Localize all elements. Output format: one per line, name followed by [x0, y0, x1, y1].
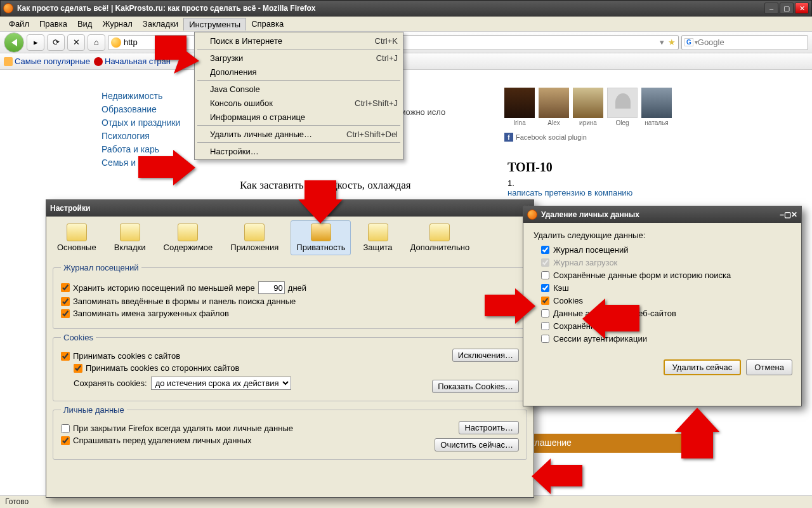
history-forms-checkbox[interactable]: Запоминать введённые в формы и панель по…	[61, 297, 519, 306]
cancel-button[interactable]: Отмена	[746, 359, 792, 375]
orange-banner: оглашение	[520, 434, 698, 453]
sidebar-link[interactable]: Образование	[102, 104, 180, 114]
menu-edit[interactable]: Правка	[34, 18, 72, 30]
cookies-thirdparty-checkbox[interactable]: Принимать cookies со сторонних сайтов	[74, 363, 432, 373]
minimize-button[interactable]: –	[764, 3, 778, 14]
clearpd-item-cache[interactable]: Кэш	[541, 283, 791, 293]
bookmark-home[interactable]: Начальная стран	[94, 57, 171, 66]
tools-dropdown: Поиск в ИнтернетеCtrl+K ЗагрузкиCtrl+J Д…	[194, 32, 403, 160]
cookies-accept-checkbox[interactable]: Принимать cookies с сайтов	[61, 351, 432, 361]
private-data-fieldset: Личные данные При закрытии Firefox всегд…	[53, 405, 527, 460]
menu-item-search[interactable]: Поиск в ИнтернетеCtrl+K	[195, 34, 403, 48]
clearpd-item-sessions[interactable]: Сессии аутентификации	[541, 334, 791, 344]
settings-tabs: Основные Вкладки Содержимое Приложения П…	[46, 217, 534, 259]
delete-now-button[interactable]: Удалить сейчас	[664, 359, 742, 375]
article-title: Как заставить ть жидкость, охлаждая	[240, 179, 506, 192]
settings-dialog: Настройки ✕ Основные Вкладки Содержимое …	[46, 199, 534, 498]
star-icon[interactable]: ★	[668, 37, 676, 47]
private-onclose-checkbox[interactable]: При закрытии Firefox всегда удалять мои …	[61, 424, 435, 433]
clearpd-item-forms[interactable]: Сохранённые данные форм и историю поиска	[541, 271, 791, 280]
menu-tools[interactable]: Инструменты	[183, 18, 246, 30]
clearpd-close-button[interactable]: ✕	[791, 210, 797, 219]
menu-item-clearprivate[interactable]: Удалить личные данные…Ctrl+Shift+Del	[195, 127, 403, 141]
menu-item-errorconsole[interactable]: Консоль ошибокCtrl+Shift+J	[195, 96, 403, 110]
bookmarks-toolbar: Самые популярные Начальная стран	[0, 53, 812, 70]
site-favicon	[111, 37, 121, 48]
clearpd-item-cookies[interactable]: Cookies	[541, 296, 791, 305]
cookies-keep-select[interactable]: до истечения срока их действия	[151, 377, 291, 390]
menubar: Файл Правка Вид Журнал Закладки Инструме…	[0, 17, 812, 32]
menu-item-pageinfo[interactable]: Информация о странице	[195, 110, 403, 124]
google-icon: G	[684, 38, 693, 46]
configure-button[interactable]: Настроить…	[459, 421, 519, 434]
menu-item-options[interactable]: Настройки…	[195, 144, 403, 158]
settings-titlebar: Настройки ✕	[46, 200, 534, 217]
ladybug-icon	[94, 57, 103, 66]
facebook-plugin-label: f Facebook social plugin	[504, 133, 695, 142]
sidebar-link[interactable]: Недвижимость	[102, 91, 180, 101]
firefox-titlebar: Как просто сделать всё! | KakProsto.ru: …	[0, 0, 812, 17]
nav-toolbar: ▸ ⟳ ✕ ⌂ ▾ ★ G▾	[0, 32, 812, 53]
cookies-fieldset: Cookies Принимать cookies с сайтов Прини…	[53, 333, 527, 401]
close-button[interactable]: ✕	[795, 3, 809, 14]
tab-content[interactable]: Содержимое	[158, 220, 219, 255]
menu-item-addons[interactable]: Дополнения	[195, 65, 403, 79]
search-input[interactable]	[698, 37, 805, 47]
clearpd-titlebar: Удаление личных данных – ▢ ✕	[523, 206, 801, 223]
tab-advanced[interactable]: Дополнительно	[405, 220, 476, 255]
history-fieldset: Журнал посещений Хранить историю посещен…	[53, 263, 527, 329]
clearpd-minimize-button[interactable]: –	[780, 210, 784, 219]
tab-tabs[interactable]: Вкладки	[108, 220, 152, 255]
menu-item-javaconsole[interactable]: Java Console	[195, 82, 403, 96]
sidebar-link[interactable]: Отдых и праздники	[102, 117, 180, 128]
history-keep-checkbox[interactable]: Хранить историю посещений по меньшей мер…	[61, 281, 519, 294]
menu-item-downloads[interactable]: ЗагрузкиCtrl+J	[195, 51, 403, 65]
clearpd-item-history[interactable]: Журнал посещений	[541, 245, 791, 255]
clearpd-item-downloads: Журнал загрузок	[541, 258, 791, 267]
stop-button[interactable]: ✕	[67, 34, 85, 51]
rss-icon	[4, 57, 13, 66]
sidebar-link[interactable]: Работа и карь	[102, 144, 180, 154]
tab-privacy[interactable]: Приватность	[291, 220, 351, 255]
clear-now-button[interactable]: Очистить сейчас…	[435, 438, 519, 451]
tab-security[interactable]: Защита	[357, 220, 398, 255]
firefox-icon	[3, 3, 13, 13]
window-title: Как просто сделать всё! | KakProsto.ru: …	[17, 4, 764, 13]
maximize-button[interactable]: ▢	[780, 3, 794, 14]
menu-view[interactable]: Вид	[72, 18, 98, 30]
clear-private-data-dialog: Удаление личных данных – ▢ ✕ Удалить сле…	[523, 206, 802, 406]
facebook-avatars: Irina Alex ирина Oleg наталья	[504, 88, 695, 126]
clearpd-heading: Удалить следующие данные:	[534, 231, 791, 240]
top10-link[interactable]: написать претензию в компанию	[508, 188, 632, 197]
tab-general[interactable]: Основные	[51, 220, 102, 255]
back-button[interactable]	[4, 32, 24, 53]
private-ask-checkbox[interactable]: Спрашивать перед удалением личных данных	[61, 436, 435, 445]
history-days-input[interactable]	[258, 281, 285, 294]
sidebar-link[interactable]: Психология	[102, 131, 180, 141]
forward-button[interactable]: ▸	[27, 34, 44, 51]
page-sidebar: Недвижимость Образование Отдых и праздни…	[102, 88, 180, 171]
top10-block: ТОП-10 1. написать претензию в компанию	[508, 160, 632, 197]
show-cookies-button[interactable]: Показать Cookies…	[432, 380, 519, 393]
menu-history[interactable]: Журнал	[97, 18, 137, 30]
menu-file[interactable]: Файл	[4, 18, 34, 30]
history-downloads-checkbox[interactable]: Запоминать имена загруженных файлов	[61, 309, 519, 318]
exceptions-button[interactable]: Исключения…	[452, 349, 519, 362]
clearpd-maximize-button[interactable]: ▢	[784, 210, 791, 219]
menu-bookmarks[interactable]: Закладки	[138, 18, 183, 30]
facebook-icon: f	[504, 133, 513, 142]
bookmark-popular[interactable]: Самые популярные	[4, 57, 90, 66]
tab-applications[interactable]: Приложения	[225, 220, 284, 255]
sidebar-link[interactable]: Семья и отно	[102, 157, 180, 168]
home-button[interactable]: ⌂	[88, 34, 105, 51]
menu-help[interactable]: Справка	[246, 18, 289, 30]
search-bar[interactable]: G▾	[681, 35, 808, 50]
firefox-icon	[527, 210, 537, 220]
clearpd-item-passwords[interactable]: Сохранённые пароли	[541, 321, 791, 331]
clearpd-item-offline[interactable]: Данные автономных веб-сайтов	[541, 309, 791, 318]
reload-button[interactable]: ⟳	[47, 34, 65, 51]
